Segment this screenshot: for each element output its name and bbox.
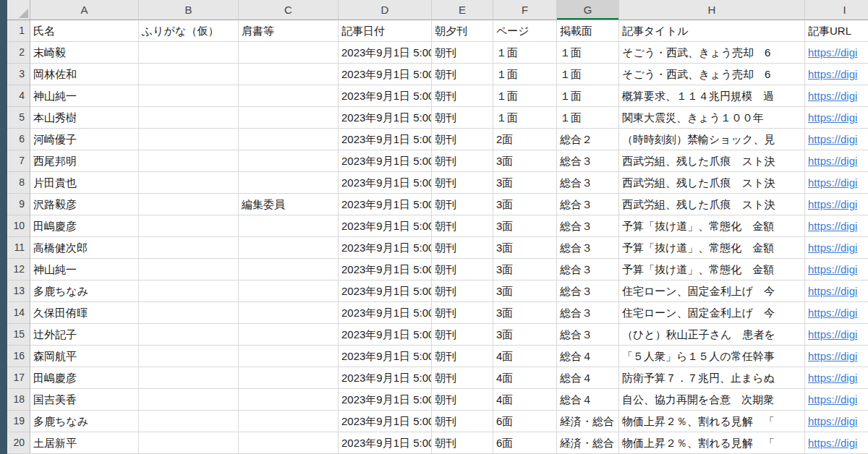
row-header-1[interactable]: 1 <box>7 20 30 42</box>
cell-E6[interactable]: 朝刊 <box>432 129 493 150</box>
cell-E5[interactable]: 朝刊 <box>432 107 493 129</box>
cell-E2[interactable]: 朝刊 <box>432 42 493 64</box>
cell-D9[interactable]: 2023年9月1日 5:00 <box>339 194 432 215</box>
cell-C4[interactable] <box>239 85 339 107</box>
cell-H3[interactable]: そごう・西武、きょう売却 6 <box>619 64 805 85</box>
column-header-A[interactable]: A <box>30 0 139 20</box>
cell-H7[interactable]: 西武労組、残した爪痕 スト決 <box>619 150 805 172</box>
cell-A18[interactable]: 国吉美香 <box>30 389 139 411</box>
cell-E7[interactable]: 朝刊 <box>432 150 493 172</box>
cell-D2[interactable]: 2023年9月1日 5:00 <box>339 42 432 64</box>
cell-I13[interactable]: https://digi <box>805 280 868 302</box>
select-all-corner[interactable] <box>7 0 30 20</box>
article-url-link[interactable]: https://digi <box>808 437 857 449</box>
column-header-I[interactable]: I <box>805 0 868 20</box>
cell-H6[interactable]: （時時刻刻）禁輸ショック、見 <box>619 129 805 150</box>
cell-C2[interactable] <box>239 42 339 64</box>
cell-G13[interactable]: 総合３ <box>557 280 619 302</box>
cell-G10[interactable]: 総合３ <box>557 215 619 237</box>
cell-I3[interactable]: https://digi <box>805 64 868 85</box>
cell-B14[interactable] <box>139 302 239 324</box>
cell-D19[interactable]: 2023年9月1日 5:00 <box>339 411 432 432</box>
cell-C3[interactable] <box>239 64 339 85</box>
row-header-6[interactable]: 6 <box>7 129 30 150</box>
cell-F4[interactable]: １面 <box>493 85 557 107</box>
cell-E13[interactable]: 朝刊 <box>432 280 493 302</box>
article-url-link[interactable]: https://digi <box>808 307 857 319</box>
article-url-link[interactable]: https://digi <box>808 285 857 297</box>
cell-B6[interactable] <box>139 129 239 150</box>
cell-I20[interactable]: https://digi <box>805 432 868 454</box>
cell-F2[interactable]: １面 <box>493 42 557 64</box>
cell-B16[interactable] <box>139 346 239 367</box>
cell-F6[interactable]: 2面 <box>493 129 557 150</box>
cell-F12[interactable]: 3面 <box>493 259 557 280</box>
row-header-12[interactable]: 12 <box>7 259 30 280</box>
cell-I7[interactable]: https://digi <box>805 150 868 172</box>
cell-G3[interactable]: １面 <box>557 64 619 85</box>
article-url-link[interactable]: https://digi <box>808 111 857 124</box>
cell-B20[interactable] <box>139 432 239 454</box>
cell-G14[interactable]: 総合３ <box>557 302 619 324</box>
cell-F11[interactable]: 3面 <box>493 237 557 259</box>
row-header-9[interactable]: 9 <box>7 194 30 215</box>
cell-F13[interactable]: 3面 <box>493 280 557 302</box>
cell-A17[interactable]: 田嶋慶彦 <box>30 367 139 389</box>
cell-F3[interactable]: １面 <box>493 64 557 85</box>
cell-G5[interactable]: １面 <box>557 107 619 129</box>
cell-H17[interactable]: 防衛予算７．７兆円、止まらぬ <box>619 367 805 389</box>
cell-B5[interactable] <box>139 107 239 129</box>
cell-E4[interactable]: 朝刊 <box>432 85 493 107</box>
cell-I1[interactable]: 記事URL <box>805 20 868 42</box>
cell-I2[interactable]: https://digi <box>805 42 868 64</box>
cell-C17[interactable] <box>239 367 339 389</box>
cell-D13[interactable]: 2023年9月1日 5:00 <box>339 280 432 302</box>
cell-H12[interactable]: 予算「抜け道」、常態化 金額 <box>619 259 805 280</box>
cell-B11[interactable] <box>139 237 239 259</box>
cell-A1[interactable]: 氏名 <box>30 20 139 42</box>
cell-F9[interactable]: 3面 <box>493 194 557 215</box>
cell-H13[interactable]: 住宅ローン、固定金利上げ 今 <box>619 280 805 302</box>
row-header-14[interactable]: 14 <box>7 302 30 324</box>
article-url-link[interactable]: https://digi <box>808 198 857 210</box>
cell-F17[interactable]: 4面 <box>493 367 557 389</box>
cell-H10[interactable]: 予算「抜け道」、常態化 金額 <box>619 215 805 237</box>
cell-F1[interactable]: ページ <box>493 20 557 42</box>
cell-A7[interactable]: 西尾邦明 <box>30 150 139 172</box>
cell-I17[interactable]: https://digi <box>805 367 868 389</box>
cell-A15[interactable]: 辻外記子 <box>30 324 139 346</box>
cell-G4[interactable]: １面 <box>557 85 619 107</box>
cell-G9[interactable]: 総合３ <box>557 194 619 215</box>
article-url-link[interactable]: https://digi <box>808 328 857 340</box>
column-header-F[interactable]: F <box>493 0 557 20</box>
cell-G6[interactable]: 総合２ <box>557 129 619 150</box>
cell-H19[interactable]: 物価上昇２％、割れる見解 「 <box>619 411 805 432</box>
row-header-13[interactable]: 13 <box>7 280 30 302</box>
article-url-link[interactable]: https://digi <box>808 46 857 59</box>
cell-A12[interactable]: 神山純一 <box>30 259 139 280</box>
cell-E18[interactable]: 朝刊 <box>432 389 493 411</box>
article-url-link[interactable]: https://digi <box>808 393 857 406</box>
cell-B8[interactable] <box>139 172 239 194</box>
cell-F16[interactable]: 4面 <box>493 346 557 367</box>
article-url-link[interactable]: https://digi <box>808 415 857 427</box>
cell-B12[interactable] <box>139 259 239 280</box>
row-header-2[interactable]: 2 <box>7 42 30 64</box>
cell-G20[interactable]: 経済・総合 <box>557 432 619 454</box>
cell-I10[interactable]: https://digi <box>805 215 868 237</box>
article-url-link[interactable]: https://digi <box>808 350 857 362</box>
cell-D12[interactable]: 2023年9月1日 5:00 <box>339 259 432 280</box>
cell-F5[interactable]: １面 <box>493 107 557 129</box>
cell-H9[interactable]: 西武労組、残した爪痕 スト決 <box>619 194 805 215</box>
cell-A11[interactable]: 高橋健次郎 <box>30 237 139 259</box>
cell-E17[interactable]: 朝刊 <box>432 367 493 389</box>
column-header-E[interactable]: E <box>432 0 493 20</box>
cell-D11[interactable]: 2023年9月1日 5:00 <box>339 237 432 259</box>
cell-E15[interactable]: 朝刊 <box>432 324 493 346</box>
cell-A14[interactable]: 久保田侑暉 <box>30 302 139 324</box>
cell-I11[interactable]: https://digi <box>805 237 868 259</box>
cell-A16[interactable]: 森岡航平 <box>30 346 139 367</box>
cell-F20[interactable]: 6面 <box>493 432 557 454</box>
cell-H1[interactable]: 記事タイトル <box>619 20 805 42</box>
cell-B7[interactable] <box>139 150 239 172</box>
